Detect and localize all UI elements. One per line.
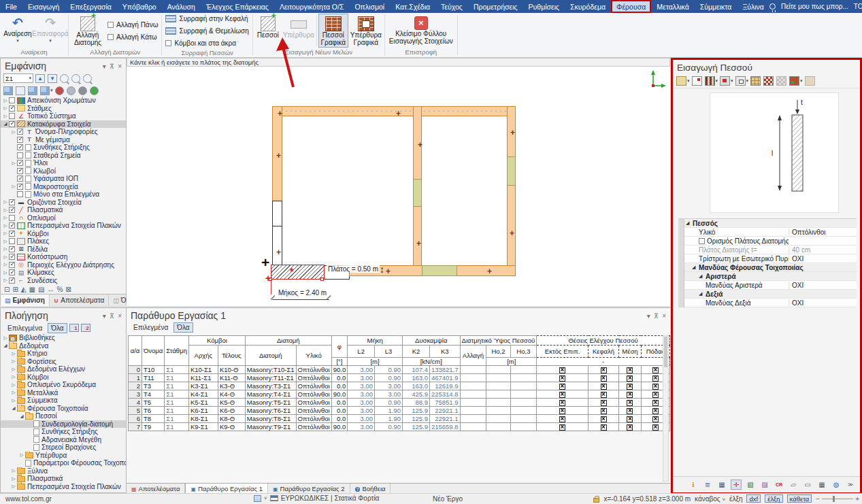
toggle-ortho[interactable]: κάθετα: [787, 494, 812, 503]
globe-icon[interactable]: ◍: [831, 480, 842, 490]
grip-handle[interactable]: [320, 278, 324, 281]
brick-gray-icon[interactable]: [776, 76, 787, 86]
tree-item[interactable]: ▷ Δεδομένα Ελέγχων: [1, 365, 126, 373]
insert-pier-node-icon[interactable]: ▾: [676, 76, 690, 86]
check-middle[interactable]: [627, 400, 633, 406]
panel-menu-icon[interactable]: ▾: [103, 63, 106, 70]
check-foot[interactable]: [652, 367, 659, 373]
tree-item[interactable]: ▷ Ήλοι: [1, 159, 126, 167]
check-out-of-plane[interactable]: [559, 384, 565, 390]
frame-icon[interactable]: ⊠: [65, 286, 71, 293]
visibility-checkbox[interactable]: [9, 254, 15, 260]
spandrel-middle[interactable]: [413, 179, 422, 207]
camera-red-icon[interactable]: [55, 86, 65, 95]
property-row[interactable]: Υλικό Οπτόλινθοι: [678, 228, 857, 237]
tree-item[interactable]: ▷ Πλασματικά: [1, 206, 126, 214]
visibility-checkbox[interactable]: [9, 278, 15, 284]
close-icon[interactable]: ×: [118, 312, 122, 320]
check-out-of-plane[interactable]: [559, 424, 565, 431]
view-wire-cube-icon[interactable]: [16, 86, 26, 95]
expander-icon[interactable]: ▷: [2, 207, 9, 213]
visibility-checkbox[interactable]: [17, 168, 23, 174]
checkbox-icon[interactable]: [699, 238, 705, 244]
menu-item[interactable]: Οπλισμοί: [349, 0, 390, 13]
property-row[interactable]: ◢ Δεξιά: [678, 290, 857, 299]
grid-settings-icon[interactable]: ▦: [816, 480, 827, 490]
tree-item[interactable]: ▷ Πεπερασμένα Στοιχεία Πλακών: [1, 483, 126, 491]
expander-icon[interactable]: ▷: [10, 390, 17, 395]
tree-item[interactable]: ▷ Ξύλινα: [1, 467, 126, 475]
expander-icon[interactable]: ▷: [2, 105, 9, 111]
info-icon[interactable]: i: [688, 480, 699, 490]
close-icon[interactable]: ×: [662, 312, 666, 320]
visibility-checkbox[interactable]: [17, 137, 23, 143]
zoom-orbit-icon[interactable]: [83, 74, 93, 83]
piers-graphic-button[interactable]: Πεσσοί Γραφικά: [318, 14, 348, 48]
check-out-of-plane[interactable]: [559, 400, 565, 406]
tree-item[interactable]: ▷ Συνδέσεις: [1, 277, 126, 285]
work-window-tab[interactable]: Βοήθεια: [350, 484, 391, 493]
fit-selection-icon[interactable]: ⊡: [4, 286, 10, 293]
expander-icon[interactable]: ▷: [2, 278, 9, 283]
measure-icon[interactable]: ↔: [47, 286, 54, 293]
chart-icon[interactable]: ▧: [745, 480, 756, 490]
grid-dropdown[interactable]: κάναβος ˅: [695, 495, 725, 503]
visibility-checkbox[interactable]: [17, 191, 23, 197]
all-filter-button[interactable]: Όλα: [48, 323, 67, 333]
visibility-checkbox[interactable]: [9, 199, 15, 205]
visibility-checkbox[interactable]: [9, 269, 15, 275]
lintels-graphic-button[interactable]: Υπέρθυρα Γραφικά: [350, 14, 382, 48]
property-row[interactable]: ◢ Μανδύας Φέρουσας Τοιχοποιίας: [678, 263, 857, 272]
camera-green-icon[interactable]: [90, 86, 99, 95]
spandrel-bottom[interactable]: [422, 265, 457, 276]
work-window-tab[interactable]: Αποτελέσματα: [127, 484, 185, 493]
tree-item[interactable]: ▷ Μεταλλικά: [1, 389, 126, 397]
change-bottom-checkbox[interactable]: Αλλαγή Κάτω: [107, 32, 158, 42]
property-row[interactable]: Πλάτος Διατομής t= 40 cm: [678, 246, 857, 254]
tree-item[interactable]: ◢ Πεσσοί: [1, 412, 126, 420]
drawing-canvas[interactable]: * + + + + + + + + + + + + Πλάτος = 0.50 …: [127, 67, 670, 306]
tree-item[interactable]: ▷ Όνομα-Πληροφορίες: [1, 128, 126, 136]
panel-menu-icon[interactable]: ▾: [647, 312, 650, 320]
menu-item[interactable]: Ξύλινα: [737, 0, 769, 13]
tree-item[interactable]: ▷ Κτήριο: [1, 350, 126, 358]
tree-item[interactable]: ▷ Κόμβοι: [1, 373, 126, 382]
stitch-head-button[interactable]: Συρραφή στην Κεφαλή: [165, 14, 248, 24]
work-window-1-icon[interactable]: 1: [69, 324, 79, 332]
level-combobox[interactable]: Σ1▾: [3, 73, 33, 83]
tree-item[interactable]: Συνδεσμολογία-διατομή: [1, 420, 126, 429]
tree-item[interactable]: Συνθήκες Στήριξης: [1, 428, 126, 436]
expander-icon[interactable]: ▷: [2, 254, 9, 260]
expander-icon[interactable]: ▷: [2, 199, 9, 205]
lock-icon[interactable]: [593, 498, 599, 503]
menu-item[interactable]: Ανάλυση: [162, 0, 201, 13]
tree-item[interactable]: ▷ Μακροστοιχεία: [1, 183, 126, 191]
nodes-at-ends-checkbox[interactable]: Κόμβοι και στα άκρα: [165, 38, 248, 48]
tree-item[interactable]: ▷ Υπέρθυρα: [1, 452, 126, 460]
zoom-window-icon[interactable]: [60, 74, 69, 83]
expander-icon[interactable]: ▷: [10, 382, 17, 388]
expander-icon[interactable]: ▷: [2, 98, 9, 103]
check-head[interactable]: [601, 384, 607, 390]
tree-item[interactable]: ▷ Απεικόνιση Χρωμάτων: [1, 97, 126, 105]
expander-icon[interactable]: ▷: [10, 367, 17, 372]
tree-item[interactable]: Κλωβοί: [1, 167, 126, 175]
tree-item[interactable]: ▷ Πεπερασμένα Στοιχεία Πλακών: [1, 222, 126, 230]
expander-icon[interactable]: ▷: [2, 239, 9, 244]
close-icon[interactable]: ×: [118, 63, 122, 70]
visibility-checkbox[interactable]: [9, 231, 15, 237]
tree-item[interactable]: ▷ Φορτίσεις: [1, 358, 126, 366]
work-window-tab[interactable]: Παράθυρο Εργασίας 2: [268, 484, 350, 493]
tell-me-button[interactable]: Πείτε μου πως μπορ...: [781, 3, 848, 10]
visibility-checkbox[interactable]: [9, 105, 15, 112]
check-head[interactable]: [601, 392, 607, 398]
insert-pier-box-icon[interactable]: [692, 76, 703, 86]
property-row[interactable]: Μανδύας Δεξιά ΟΧΙ: [678, 299, 857, 307]
tree-item[interactable]: ▷ Κλίμακες: [1, 269, 126, 277]
expander-icon[interactable]: ◢: [2, 121, 9, 127]
expander-icon[interactable]: ▷: [10, 351, 17, 356]
percent-icon[interactable]: %: [56, 286, 63, 293]
tree-item[interactable]: ▷ Περιοχές Ελέγχου Διάτρησης: [1, 261, 126, 269]
vertical-scrollbar[interactable]: [663, 335, 669, 482]
check-head[interactable]: [601, 408, 607, 414]
